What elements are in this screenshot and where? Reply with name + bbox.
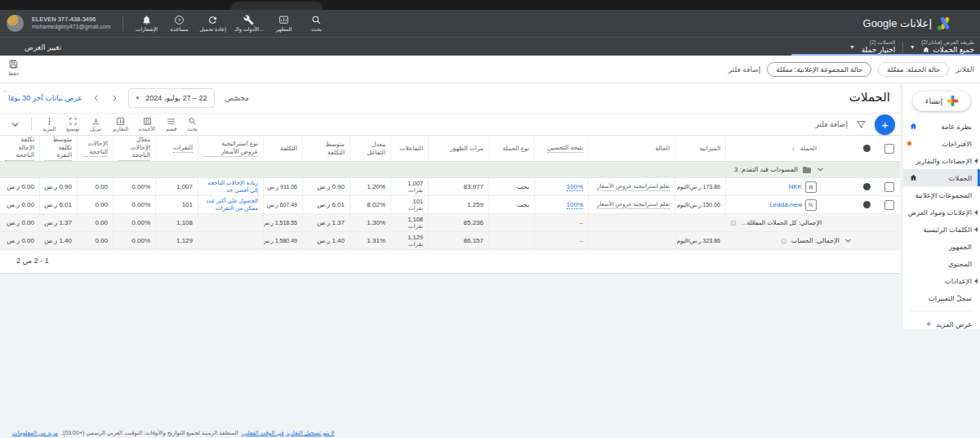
more-button[interactable]: المزيد (42, 117, 56, 132)
sidebar-item-settings[interactable]: الإعدادات (903, 272, 980, 289)
sidebar-item-change-history[interactable]: سجلّ التغييرات (903, 289, 980, 306)
header-impressions[interactable]: مرات الظهور (428, 136, 488, 161)
opt-score-link[interactable]: 100% (567, 183, 583, 191)
expand-button[interactable]: توسيع (66, 117, 79, 132)
sidebar-item-audiences[interactable]: الجمهور (903, 238, 980, 255)
scope-all-campaigns[interactable]: طريقة العرض (قناتان/2) جميع الحملات (921, 39, 974, 55)
header-campaign-type[interactable]: نوع الحملة (488, 136, 534, 161)
header-cost-per-conv[interactable]: تكلفة الإحالة الناجحة (0, 136, 39, 161)
header-budget[interactable]: الميزانية (675, 136, 725, 161)
toolbar-add-filter[interactable]: إضافة فلتر (816, 120, 848, 128)
sidebar-item-ads-assets[interactable]: الإعلانات ومواد العرض (903, 203, 980, 221)
save-button[interactable]: حفظ (8, 59, 19, 77)
table-toolbar: + إضافة فلتر المزيد توسيع تنزيل (0, 114, 900, 135)
sidebar-item-show-more[interactable]: عرض المزيد + (903, 315, 980, 333)
reload-button[interactable]: إعادة تحميل (200, 15, 226, 33)
footer-realtime-link[interactable]: لا يتم تسجيل التقارير في الوقت الفعلي. (242, 430, 335, 436)
more-vertical-icon (45, 117, 54, 126)
segment-button[interactable]: قسم (166, 117, 176, 132)
drafts-row[interactable]: المسودات قيد التقدم: 3 (0, 162, 900, 178)
bid-strategy-link[interactable]: زيادة الإحالات الناجحة إلى أقصى حد (203, 180, 258, 194)
filter-funnel-icon[interactable] (856, 119, 866, 130)
sidebar-item-content[interactable]: المحتوى (903, 255, 980, 272)
sidebar-item-ad-groups[interactable]: المجموعات الإعلانية (903, 186, 980, 203)
opt-score-link[interactable]: 100% (567, 201, 583, 209)
row-checkbox[interactable] (884, 200, 894, 210)
chevron-down-icon[interactable] (844, 236, 853, 245)
columns-button[interactable]: الأعمدة (139, 117, 155, 132)
show-last-30-link[interactable]: عرض بيانات آخر 30 يومًا (8, 94, 82, 102)
header-interaction-rate[interactable]: معدل التفاعل (350, 136, 390, 161)
appearance-button[interactable]: المظهر (272, 15, 296, 33)
reports-button[interactable]: التقارير (113, 117, 129, 132)
add-filter-link[interactable]: إضافة فلتر (728, 65, 760, 74)
status-text[interactable]: تعلم استراتيجية عروض الأسعار (597, 201, 670, 209)
info-icon[interactable] (781, 238, 787, 244)
total-row-active-campaigns: الإجمالي: كل الحملات المفعّلة… – 85,236 … (0, 214, 900, 232)
status-circle[interactable] (863, 201, 871, 208)
table-search-button[interactable]: بحث (187, 117, 197, 132)
sidebar-item-keywords[interactable]: الكلمات الرئيسية (903, 221, 980, 238)
download-button[interactable]: تنزيل (90, 117, 101, 132)
columns-icon (143, 117, 152, 126)
bar-chart-icon (116, 117, 125, 126)
drafts-label: المسودات قيد التقدم: 3 (734, 166, 798, 173)
campaign-type-icon (805, 199, 817, 211)
header-cost[interactable]: التكلفة (263, 136, 302, 161)
account-avatar[interactable] (7, 15, 24, 32)
help-button[interactable]: ? مساعدة (167, 15, 192, 33)
header-conv-rate[interactable]: معدّل الإحالات الناجحة (113, 136, 155, 161)
header-interactions[interactable]: التفاعلات (390, 136, 428, 161)
bid-strategy-link[interactable]: الحصول على أكبر عدد ممكن من النقرات (203, 198, 258, 212)
chevron-down-icon[interactable]: ▾ (851, 43, 854, 51)
date-range-picker[interactable]: ▾ 22 – 27 يوليو، 2024 (128, 88, 216, 108)
chevron-right-icon[interactable] (110, 94, 118, 102)
change-view-button[interactable]: تغيير العرض (24, 43, 61, 51)
sidebar-item-overview[interactable]: نظرة عامة (903, 118, 980, 135)
header-bid-strategy[interactable]: نوع استراتيجية عروض الأسعار (198, 136, 263, 161)
sidebar-item-campaigns[interactable]: الحملات (903, 169, 980, 186)
notifications-button[interactable]: الإشعارات (135, 15, 159, 33)
footer-more-info-link[interactable]: مزيد من المعلومات (12, 430, 58, 436)
tools-button[interactable]: الأدوات والـ... (234, 15, 264, 33)
sidebar-item-recommendations[interactable]: الاقتراحات (903, 135, 980, 152)
total-row-account: الإجمالي: الحساب 323.86 ر.س/اليوم – 86,1… (0, 232, 900, 250)
header-avg-cost[interactable]: متوسط التكلفة (302, 136, 350, 161)
header-campaign[interactable]: الحملة↓ (725, 136, 854, 161)
add-campaign-button[interactable]: + (875, 114, 895, 135)
collapse-toolbar-chevron[interactable] (10, 119, 20, 130)
chevron-down-icon[interactable] (816, 165, 825, 174)
sort-arrow-icon: ↓ (791, 145, 795, 153)
campaign-link[interactable]: NKK (789, 183, 802, 190)
header-status[interactable]: الحالة (588, 136, 675, 161)
filter-pill-adgroup-status[interactable]: حالة المجموعة الإعلانية: مفعّلة (767, 62, 871, 77)
filter-pill-campaign-status[interactable]: حالة الحملة: مفعّلة (878, 62, 949, 77)
cell-cost: 607.49 ر.س (267, 202, 297, 208)
cell-conv-rate: 0.00% (131, 237, 150, 244)
header-opt-score[interactable]: نتيجة التحسين (534, 136, 588, 161)
filter-strip: حفظ الفلاتر حالة الحملة: مفعّلة حالة الم… (0, 56, 980, 83)
status-circle[interactable] (863, 183, 871, 190)
campaign-link[interactable]: Leada-new (769, 201, 802, 208)
header-avg-cpc[interactable]: متوسط تكلفة النقرة (39, 136, 77, 161)
status-text[interactable]: تعلم استراتيجية عروض الأسعار (597, 183, 670, 191)
status-circle-header[interactable] (863, 145, 871, 152)
scope-campaign-picker[interactable]: الحملات (2) اختيار حملة (862, 39, 896, 55)
account-info[interactable]: ELEVEN 377-438-3496 mohamedgimy471@gmail… (32, 16, 111, 30)
header-conversions[interactable]: الإحالات الناجحة (77, 136, 113, 161)
row-checkbox[interactable] (884, 182, 894, 192)
chevron-down-icon[interactable]: ▾ (911, 43, 914, 51)
create-button[interactable]: إنشاء (912, 91, 971, 111)
sidebar-item-insights-reports[interactable]: الإحصاءات والتقارير (903, 152, 980, 169)
columns-label: الأعمدة (139, 126, 155, 132)
cell-interaction-rate: 1.31% (367, 237, 385, 244)
chevron-left-icon[interactable] (92, 94, 100, 102)
pagination-text: 1 - 2 من 2 (16, 257, 49, 265)
cell-interactions-unit: نقرات (408, 205, 423, 212)
total-label: الإجمالي: الحساب (791, 237, 840, 244)
info-icon[interactable] (730, 220, 737, 226)
header-clicks[interactable]: النقرات (155, 136, 198, 161)
select-all-checkbox[interactable] (884, 144, 894, 154)
search-button[interactable]: بحث (305, 15, 329, 33)
browser-tab[interactable] (231, 2, 323, 10)
